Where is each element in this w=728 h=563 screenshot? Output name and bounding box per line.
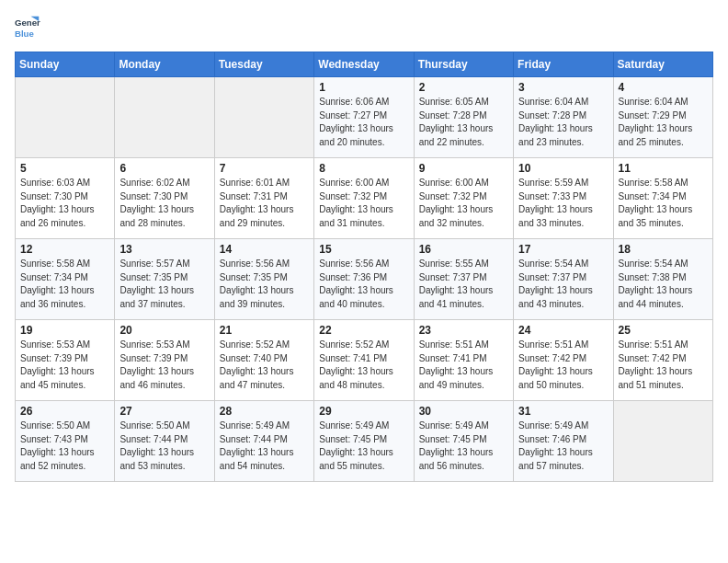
calendar-cell: 24Sunrise: 5:51 AM Sunset: 7:42 PM Dayli… <box>514 320 613 401</box>
calendar-cell: 25Sunrise: 5:51 AM Sunset: 7:42 PM Dayli… <box>613 320 712 401</box>
calendar-cell: 16Sunrise: 5:55 AM Sunset: 7:37 PM Dayli… <box>414 239 513 320</box>
day-info: Sunrise: 6:02 AM Sunset: 7:30 PM Dayligh… <box>119 177 209 230</box>
calendar-cell: 29Sunrise: 5:49 AM Sunset: 7:45 PM Dayli… <box>314 401 414 482</box>
day-info: Sunrise: 5:56 AM Sunset: 7:35 PM Dayligh… <box>220 258 309 311</box>
calendar-week-row: 1Sunrise: 6:06 AM Sunset: 7:27 PM Daylig… <box>16 77 713 158</box>
day-number: 22 <box>319 324 408 337</box>
day-info: Sunrise: 5:55 AM Sunset: 7:37 PM Dayligh… <box>419 258 508 311</box>
day-number: 30 <box>419 405 508 418</box>
calendar-week-row: 26Sunrise: 5:50 AM Sunset: 7:43 PM Dayli… <box>16 401 713 482</box>
day-info: Sunrise: 5:53 AM Sunset: 7:39 PM Dayligh… <box>119 339 209 392</box>
day-info: Sunrise: 5:58 AM Sunset: 7:34 PM Dayligh… <box>619 177 708 230</box>
calendar-cell: 14Sunrise: 5:56 AM Sunset: 7:35 PM Dayli… <box>214 239 313 320</box>
day-info: Sunrise: 5:49 AM Sunset: 7:45 PM Dayligh… <box>419 419 508 473</box>
day-number: 16 <box>419 243 508 256</box>
logo: General Blue <box>15 15 44 40</box>
day-number: 4 <box>619 81 708 94</box>
svg-text:Blue: Blue <box>15 29 34 39</box>
day-number: 1 <box>319 81 408 94</box>
calendar-cell: 21Sunrise: 5:52 AM Sunset: 7:40 PM Dayli… <box>214 320 313 401</box>
calendar-cell: 17Sunrise: 5:54 AM Sunset: 7:37 PM Dayli… <box>514 239 613 320</box>
day-number: 12 <box>20 243 109 256</box>
day-info: Sunrise: 6:03 AM Sunset: 7:30 PM Dayligh… <box>20 177 109 230</box>
day-number: 23 <box>419 324 508 337</box>
day-number: 29 <box>319 405 408 418</box>
weekday-header-row: SundayMondayTuesdayWednesdayThursdayFrid… <box>16 52 713 77</box>
day-info: Sunrise: 5:51 AM Sunset: 7:42 PM Dayligh… <box>518 339 608 392</box>
calendar-cell: 23Sunrise: 5:51 AM Sunset: 7:41 PM Dayli… <box>414 320 513 401</box>
weekday-header-cell: Friday <box>514 52 613 77</box>
day-info: Sunrise: 5:52 AM Sunset: 7:41 PM Dayligh… <box>319 339 408 392</box>
calendar-cell: 27Sunrise: 5:50 AM Sunset: 7:44 PM Dayli… <box>115 401 214 482</box>
calendar-cell <box>16 77 115 158</box>
day-number: 15 <box>319 243 408 256</box>
logo-icon: General Blue <box>15 15 40 40</box>
calendar-cell: 11Sunrise: 5:58 AM Sunset: 7:34 PM Dayli… <box>613 158 712 239</box>
day-info: Sunrise: 6:05 AM Sunset: 7:28 PM Dayligh… <box>419 96 508 149</box>
calendar-cell: 12Sunrise: 5:58 AM Sunset: 7:34 PM Dayli… <box>16 239 115 320</box>
calendar-cell: 30Sunrise: 5:49 AM Sunset: 7:45 PM Dayli… <box>414 401 513 482</box>
day-number: 31 <box>518 405 608 418</box>
calendar-cell: 5Sunrise: 6:03 AM Sunset: 7:30 PM Daylig… <box>16 158 115 239</box>
calendar-week-row: 12Sunrise: 5:58 AM Sunset: 7:34 PM Dayli… <box>16 239 713 320</box>
day-number: 28 <box>220 405 309 418</box>
day-number: 27 <box>119 405 209 418</box>
day-info: Sunrise: 6:04 AM Sunset: 7:28 PM Dayligh… <box>518 96 608 149</box>
day-number: 5 <box>20 162 109 175</box>
weekday-header-cell: Tuesday <box>214 52 313 77</box>
calendar-cell: 9Sunrise: 6:00 AM Sunset: 7:32 PM Daylig… <box>414 158 513 239</box>
calendar-cell: 31Sunrise: 5:49 AM Sunset: 7:46 PM Dayli… <box>514 401 613 482</box>
day-number: 2 <box>419 81 508 94</box>
day-info: Sunrise: 5:51 AM Sunset: 7:41 PM Dayligh… <box>419 339 508 392</box>
day-info: Sunrise: 5:50 AM Sunset: 7:43 PM Dayligh… <box>20 419 109 473</box>
page-header: General Blue <box>15 15 713 40</box>
day-info: Sunrise: 5:57 AM Sunset: 7:35 PM Dayligh… <box>119 258 209 311</box>
calendar-cell: 19Sunrise: 5:53 AM Sunset: 7:39 PM Dayli… <box>16 320 115 401</box>
calendar-cell: 8Sunrise: 6:00 AM Sunset: 7:32 PM Daylig… <box>314 158 414 239</box>
day-info: Sunrise: 6:04 AM Sunset: 7:29 PM Dayligh… <box>619 96 708 149</box>
calendar-cell: 28Sunrise: 5:49 AM Sunset: 7:44 PM Dayli… <box>214 401 313 482</box>
day-info: Sunrise: 5:58 AM Sunset: 7:34 PM Dayligh… <box>20 258 109 311</box>
calendar-body: 1Sunrise: 6:06 AM Sunset: 7:27 PM Daylig… <box>16 77 713 482</box>
calendar-cell: 4Sunrise: 6:04 AM Sunset: 7:29 PM Daylig… <box>613 77 712 158</box>
calendar-cell <box>115 77 214 158</box>
weekday-header-cell: Saturday <box>613 52 712 77</box>
calendar-table: SundayMondayTuesdayWednesdayThursdayFrid… <box>15 52 713 482</box>
day-info: Sunrise: 5:49 AM Sunset: 7:45 PM Dayligh… <box>319 419 408 473</box>
day-info: Sunrise: 5:50 AM Sunset: 7:44 PM Dayligh… <box>119 419 209 473</box>
calendar-cell: 2Sunrise: 6:05 AM Sunset: 7:28 PM Daylig… <box>414 77 513 158</box>
day-number: 7 <box>220 162 309 175</box>
calendar-cell: 7Sunrise: 6:01 AM Sunset: 7:31 PM Daylig… <box>214 158 313 239</box>
day-info: Sunrise: 5:56 AM Sunset: 7:36 PM Dayligh… <box>319 258 408 311</box>
day-info: Sunrise: 5:59 AM Sunset: 7:33 PM Dayligh… <box>518 177 608 230</box>
weekday-header-cell: Wednesday <box>314 52 414 77</box>
day-number: 6 <box>119 162 209 175</box>
weekday-header-cell: Thursday <box>414 52 513 77</box>
day-info: Sunrise: 5:53 AM Sunset: 7:39 PM Dayligh… <box>20 339 109 392</box>
calendar-cell: 13Sunrise: 5:57 AM Sunset: 7:35 PM Dayli… <box>115 239 214 320</box>
day-info: Sunrise: 5:49 AM Sunset: 7:46 PM Dayligh… <box>518 419 608 473</box>
calendar-cell <box>613 401 712 482</box>
day-number: 19 <box>20 324 109 337</box>
day-info: Sunrise: 5:49 AM Sunset: 7:44 PM Dayligh… <box>220 419 309 473</box>
calendar-cell <box>214 77 313 158</box>
day-number: 20 <box>119 324 209 337</box>
weekday-header-cell: Sunday <box>16 52 115 77</box>
day-number: 11 <box>619 162 708 175</box>
calendar-cell: 26Sunrise: 5:50 AM Sunset: 7:43 PM Dayli… <box>16 401 115 482</box>
calendar-cell: 22Sunrise: 5:52 AM Sunset: 7:41 PM Dayli… <box>314 320 414 401</box>
day-number: 25 <box>619 324 708 337</box>
day-info: Sunrise: 5:54 AM Sunset: 7:38 PM Dayligh… <box>619 258 708 311</box>
calendar-week-row: 5Sunrise: 6:03 AM Sunset: 7:30 PM Daylig… <box>16 158 713 239</box>
day-number: 13 <box>119 243 209 256</box>
day-info: Sunrise: 5:52 AM Sunset: 7:40 PM Dayligh… <box>220 339 309 392</box>
day-number: 18 <box>619 243 708 256</box>
calendar-week-row: 19Sunrise: 5:53 AM Sunset: 7:39 PM Dayli… <box>16 320 713 401</box>
day-info: Sunrise: 5:54 AM Sunset: 7:37 PM Dayligh… <box>518 258 608 311</box>
calendar-cell: 15Sunrise: 5:56 AM Sunset: 7:36 PM Dayli… <box>314 239 414 320</box>
day-number: 17 <box>518 243 608 256</box>
calendar-cell: 6Sunrise: 6:02 AM Sunset: 7:30 PM Daylig… <box>115 158 214 239</box>
day-number: 26 <box>20 405 109 418</box>
day-number: 14 <box>220 243 309 256</box>
calendar-cell: 3Sunrise: 6:04 AM Sunset: 7:28 PM Daylig… <box>514 77 613 158</box>
